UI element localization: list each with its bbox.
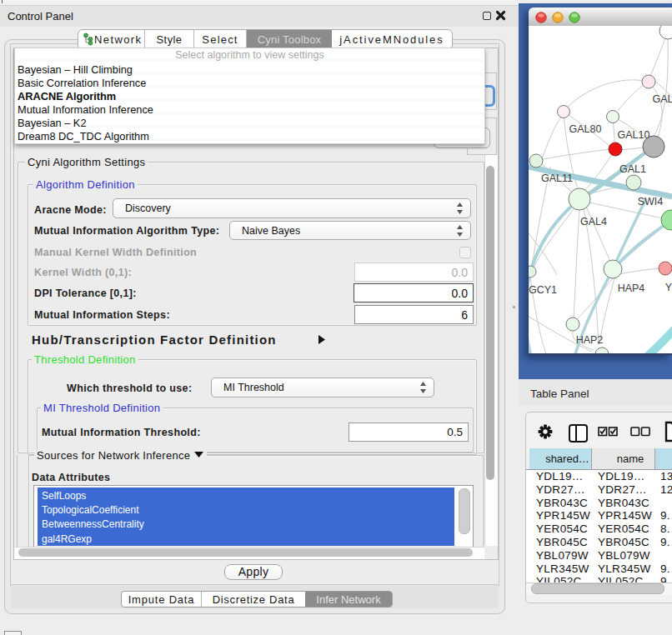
svg-text:GAL4: GAL4 (580, 216, 607, 228)
svg-text:GAL11: GAL11 (541, 172, 573, 184)
svg-text:GAL10: GAL10 (618, 129, 650, 141)
svg-text:GAL1: GAL1 (619, 163, 646, 175)
svg-text:SWI4: SWI4 (638, 196, 664, 208)
svg-text:GCY1: GCY1 (529, 284, 557, 296)
svg-text:HAP4: HAP4 (618, 282, 645, 294)
svg-text:GAL: GAL (652, 93, 672, 105)
svg-text:Y: Y (665, 282, 672, 293)
svg-text:GAL80: GAL80 (569, 123, 602, 135)
svg-text:HAP2: HAP2 (576, 334, 604, 346)
